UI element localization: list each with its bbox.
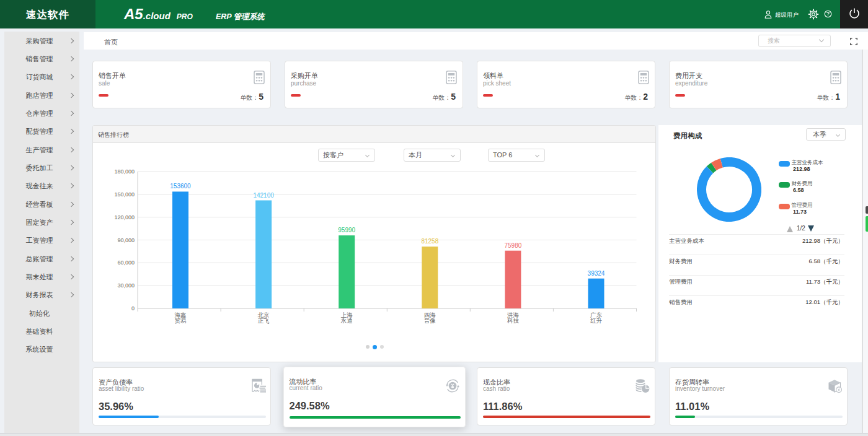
svg-text:95990: 95990 (338, 227, 355, 233)
svg-text:75980: 75980 (504, 242, 521, 249)
svg-text:贸易: 贸易 (175, 317, 187, 324)
svg-text:60,000: 60,000 (117, 259, 135, 266)
svg-text:153600: 153600 (170, 183, 191, 190)
svg-text:永通: 永通 (340, 317, 353, 324)
svg-text:39324: 39324 (588, 270, 605, 277)
svg-text:90,000: 90,000 (117, 237, 135, 243)
svg-text:红升: 红升 (590, 317, 603, 324)
svg-text:30,000: 30,000 (117, 282, 135, 289)
svg-text:142100: 142100 (253, 192, 274, 199)
svg-text:120,000: 120,000 (114, 214, 135, 220)
svg-text:0: 0 (131, 305, 135, 312)
svg-text:科技: 科技 (507, 317, 520, 324)
svg-text:正飞: 正飞 (258, 317, 270, 324)
svg-text:150,000: 150,000 (114, 191, 135, 198)
svg-text:180,000: 180,000 (114, 168, 135, 175)
svg-text:81258: 81258 (421, 238, 438, 245)
svg-text:音像: 音像 (424, 317, 436, 324)
